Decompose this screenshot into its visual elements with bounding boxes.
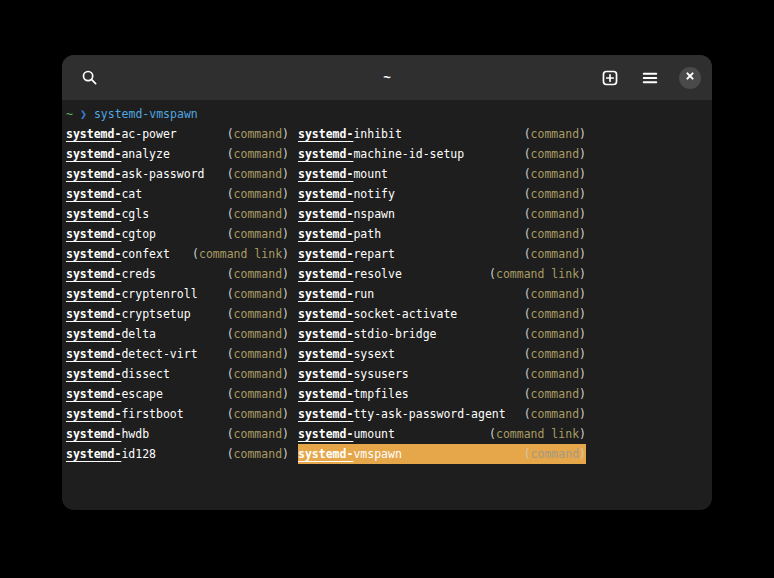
command-kind: (command) (227, 424, 289, 444)
command-kind: (command link) (489, 264, 586, 284)
paren-close: ) (579, 387, 586, 401)
terminal-window: ~ (62, 55, 712, 510)
command-prefix: systemd- (66, 427, 121, 441)
paren-open: ( (524, 167, 531, 181)
kind-label: command (234, 387, 282, 401)
command-prefix: systemd- (66, 167, 121, 181)
paren-close: ) (282, 187, 289, 201)
paren-open: ( (524, 407, 531, 421)
completion-item: systemd-cryptsetup(command) (66, 304, 298, 324)
command-name: systemd-cat (66, 184, 142, 204)
completion-row: systemd-escape(command)systemd-tmpfiles(… (66, 384, 708, 404)
paren-close: ) (579, 407, 586, 421)
completion-item: systemd-ac-power(command) (66, 124, 298, 144)
completion-item: systemd-delta(command) (66, 324, 298, 344)
paren-close: ) (579, 287, 586, 301)
command-suffix: repart (353, 247, 395, 261)
completion-row: systemd-delta(command)systemd-stdio-brid… (66, 324, 708, 344)
command-suffix: machine-id-setup (353, 147, 464, 161)
paren-close: ) (282, 387, 289, 401)
command-name: systemd-mount (298, 164, 388, 184)
command-kind: (command) (227, 164, 289, 184)
completion-row: systemd-creds(command)systemd-resolve(co… (66, 264, 708, 284)
command-suffix: firstboot (121, 407, 183, 421)
paren-close: ) (282, 307, 289, 321)
paren-open: ( (227, 387, 234, 401)
completion-item: systemd-sysusers(command) (298, 364, 586, 384)
command-name: systemd-sysext (298, 344, 395, 364)
close-button[interactable] (679, 67, 701, 89)
command-suffix: mount (353, 167, 388, 181)
paren-close: ) (579, 207, 586, 221)
paren-open: ( (524, 207, 531, 221)
command-name: systemd-dissect (66, 364, 170, 384)
completion-item: systemd-firstboot(command) (66, 404, 298, 424)
command-name: systemd-firstboot (66, 404, 184, 424)
paren-close: ) (282, 227, 289, 241)
kind-label: command (234, 427, 282, 441)
command-name: systemd-creds (66, 264, 156, 284)
completion-row: systemd-ac-power(command)systemd-inhibit… (66, 124, 708, 144)
command-kind: (command) (227, 264, 289, 284)
command-prefix: systemd- (298, 207, 353, 221)
command-kind: (command) (524, 344, 586, 364)
command-name: systemd-hwdb (66, 424, 149, 444)
kind-label: command link (496, 267, 579, 281)
paren-open: ( (524, 387, 531, 401)
completion-item: systemd-repart(command) (298, 244, 586, 264)
command-prefix: systemd- (66, 187, 121, 201)
kind-label: command (531, 187, 579, 201)
kind-label: command (234, 307, 282, 321)
kind-label: command (531, 287, 579, 301)
search-button[interactable] (74, 62, 106, 94)
completion-item: systemd-detect-virt(command) (66, 344, 298, 364)
paren-open: ( (524, 127, 531, 141)
completion-row: systemd-id128(command)systemd-vmspawn(co… (66, 444, 708, 464)
command-suffix: tmpfiles (353, 387, 408, 401)
command-suffix: analyze (121, 147, 169, 161)
command-kind: (command) (227, 304, 289, 324)
prompt-symbol: ❯ (80, 107, 87, 121)
kind-label: command (234, 127, 282, 141)
kind-label: command (531, 327, 579, 341)
command-kind: (command) (524, 204, 586, 224)
paren-close: ) (282, 327, 289, 341)
command-kind: (command) (227, 124, 289, 144)
command-prefix: systemd- (298, 327, 353, 341)
command-suffix: cgtop (121, 227, 156, 241)
command-suffix: tty-ask-password-agent (353, 407, 505, 421)
command-suffix: umount (353, 427, 395, 441)
command-prefix: systemd- (298, 247, 353, 261)
menu-button[interactable] (634, 62, 666, 94)
command-prefix: systemd- (298, 367, 353, 381)
command-prefix: systemd- (66, 227, 121, 241)
command-name: systemd-id128 (66, 444, 156, 464)
command-kind: (command) (227, 204, 289, 224)
header-bar[interactable]: ~ (62, 55, 712, 100)
terminal-screen[interactable]: ~❯systemd-vmspawn systemd-ac-power(comma… (62, 100, 712, 468)
paren-close: ) (579, 147, 586, 161)
kind-label: command (234, 207, 282, 221)
new-tab-button[interactable] (594, 62, 626, 94)
command-kind: (command) (227, 144, 289, 164)
command-name: systemd-path (298, 224, 381, 244)
plus-square-icon (601, 69, 619, 87)
kind-label: command (234, 267, 282, 281)
command-prefix: systemd- (298, 167, 353, 181)
command-kind: (command) (227, 384, 289, 404)
paren-close: ) (579, 187, 586, 201)
search-icon (81, 69, 99, 87)
command-suffix: ac-power (121, 127, 176, 141)
command-name: systemd-ac-power (66, 124, 177, 144)
command-name: systemd-inhibit (298, 124, 402, 144)
completion-item: systemd-mount(command) (298, 164, 586, 184)
completion-row: systemd-ask-password(command)systemd-mou… (66, 164, 708, 184)
paren-close: ) (579, 227, 586, 241)
completion-item: systemd-socket-activate(command) (298, 304, 586, 324)
paren-open: ( (227, 367, 234, 381)
paren-open: ( (227, 287, 234, 301)
paren-open: ( (524, 367, 531, 381)
completion-item: systemd-analyze(command) (66, 144, 298, 164)
paren-close: ) (282, 207, 289, 221)
paren-close: ) (579, 167, 586, 181)
